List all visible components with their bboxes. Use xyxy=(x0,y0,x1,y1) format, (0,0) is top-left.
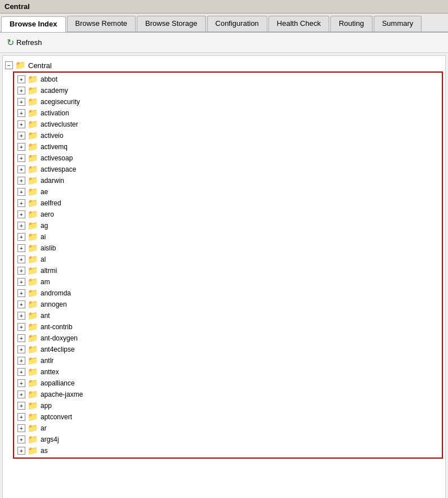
list-item[interactable]: +📁ag xyxy=(16,220,440,231)
list-item[interactable]: +📁ant4eclipse xyxy=(16,344,440,355)
folder-icon: 📁 xyxy=(28,232,38,242)
expand-icon[interactable]: + xyxy=(17,222,25,230)
list-item[interactable]: +📁am xyxy=(16,276,440,288)
list-item[interactable]: +📁academy xyxy=(16,85,440,96)
list-item[interactable]: +📁aislib xyxy=(16,243,440,254)
folder-icon: 📁 xyxy=(28,389,38,400)
tab-browse-index[interactable]: Browse Index xyxy=(1,16,66,32)
expand-icon[interactable]: + xyxy=(17,109,25,117)
list-item[interactable]: +📁annogen xyxy=(16,299,440,310)
list-item[interactable]: +📁anttex xyxy=(16,366,440,378)
list-item[interactable]: +📁al xyxy=(16,254,440,265)
expand-icon[interactable]: + xyxy=(17,334,25,342)
list-item[interactable]: +📁aelfred xyxy=(16,198,440,209)
folder-icon: 📁 xyxy=(28,187,38,197)
expand-icon[interactable]: + xyxy=(17,413,25,421)
expand-icon[interactable]: + xyxy=(17,210,25,218)
list-item[interactable]: +📁activeio xyxy=(16,130,440,141)
expand-icon[interactable]: + xyxy=(17,391,25,398)
list-item[interactable]: +📁ant-contrib xyxy=(16,321,440,333)
list-item[interactable]: +📁ae xyxy=(16,186,440,198)
expand-icon[interactable]: + xyxy=(17,402,25,410)
list-item[interactable]: +📁aptconvert xyxy=(16,411,440,423)
list-item[interactable]: +📁aero xyxy=(16,209,440,220)
list-item[interactable]: +📁app xyxy=(16,400,440,411)
expand-icon[interactable]: + xyxy=(17,346,25,353)
expand-icon[interactable]: + xyxy=(17,368,25,376)
list-item[interactable]: +📁abbot xyxy=(16,74,440,85)
tab-health-check[interactable]: Health Check xyxy=(268,16,329,32)
list-item[interactable]: +📁activesoap xyxy=(16,152,440,164)
expand-icon[interactable]: + xyxy=(17,267,25,275)
list-item[interactable]: +📁activation xyxy=(16,107,440,119)
item-label: altrmi xyxy=(41,267,57,275)
expand-icon[interactable]: + xyxy=(17,255,25,263)
folder-icon: 📁 xyxy=(28,401,38,411)
expand-icon[interactable]: + xyxy=(17,447,25,455)
list-item[interactable]: +📁acegisecurity xyxy=(16,96,440,107)
tab-configuration[interactable]: Configuration xyxy=(207,16,267,32)
list-item[interactable]: +📁activespace xyxy=(16,164,440,175)
expand-icon[interactable]: + xyxy=(17,165,25,173)
folder-icon: 📁 xyxy=(28,131,38,141)
folder-icon: 📁 xyxy=(28,322,38,332)
list-item[interactable]: +📁args4j xyxy=(16,434,440,445)
list-item[interactable]: +📁ant-doxygen xyxy=(16,333,440,344)
expand-icon[interactable]: + xyxy=(17,278,25,286)
root-node[interactable]: − 📁 Central xyxy=(5,59,443,71)
list-item[interactable]: +📁andromda xyxy=(16,288,440,299)
folder-icon: 📁 xyxy=(28,119,38,129)
expand-icon[interactable]: + xyxy=(17,289,25,297)
expand-icon[interactable]: + xyxy=(17,323,25,331)
expand-icon[interactable]: + xyxy=(17,300,25,308)
expand-icon[interactable]: + xyxy=(17,120,25,128)
list-item[interactable]: +📁ant xyxy=(16,310,440,321)
expand-icon[interactable]: + xyxy=(17,312,25,320)
expand-icon[interactable]: + xyxy=(17,357,25,365)
tab-routing[interactable]: Routing xyxy=(330,16,373,32)
folder-icon: 📁 xyxy=(28,277,38,287)
expand-icon[interactable]: + xyxy=(17,233,25,241)
item-label: activeio xyxy=(41,132,64,140)
expand-icon[interactable]: + xyxy=(17,132,25,140)
expand-icon[interactable]: + xyxy=(17,87,25,95)
list-item[interactable]: +📁activemq xyxy=(16,141,440,152)
item-label: activespace xyxy=(41,165,76,173)
folder-icon: 📁 xyxy=(28,412,38,422)
list-item[interactable]: +📁antlr xyxy=(16,355,440,366)
folder-icon: 📁 xyxy=(28,86,38,96)
tab-browse-storage[interactable]: Browse Storage xyxy=(137,16,206,32)
root-expand-icon[interactable]: − xyxy=(5,61,13,69)
folder-icon: 📁 xyxy=(28,288,38,298)
expand-icon[interactable]: + xyxy=(17,379,25,387)
list-item[interactable]: +📁apache-jaxme xyxy=(16,389,440,400)
expand-icon[interactable]: + xyxy=(17,424,25,432)
expand-icon[interactable]: + xyxy=(17,177,25,185)
expand-icon[interactable]: + xyxy=(17,188,25,196)
expand-icon[interactable]: + xyxy=(17,244,25,252)
list-item[interactable]: +📁activecluster xyxy=(16,119,440,130)
tab-browse-remote[interactable]: Browse Remote xyxy=(67,16,136,32)
item-label: aelfred xyxy=(41,199,61,207)
expand-icon[interactable]: + xyxy=(17,75,25,83)
expand-icon[interactable]: + xyxy=(17,98,25,106)
tab-summary[interactable]: Summary xyxy=(374,16,422,32)
refresh-button[interactable]: ↻ Refresh xyxy=(5,36,44,49)
folder-icon: 📁 xyxy=(28,243,38,253)
expand-icon[interactable]: + xyxy=(17,436,25,443)
item-label: adarwin xyxy=(41,177,64,185)
tree-root: − 📁 Central +📁abbot+📁academy+📁acegisecur… xyxy=(5,58,443,460)
list-item[interactable]: +📁altrmi xyxy=(16,265,440,276)
expand-icon[interactable]: + xyxy=(17,143,25,151)
expand-icon[interactable]: + xyxy=(17,199,25,207)
item-label: activecluster xyxy=(41,120,78,128)
list-item[interactable]: +📁ai xyxy=(16,231,440,243)
list-item[interactable]: +📁as xyxy=(16,445,440,456)
expand-icon[interactable]: + xyxy=(17,154,25,162)
list-item[interactable]: +📁ar xyxy=(16,423,440,434)
item-label: aero xyxy=(41,210,54,218)
item-label: apache-jaxme xyxy=(41,391,83,398)
list-item[interactable]: +📁adarwin xyxy=(16,175,440,186)
list-item[interactable]: +📁aopalliance xyxy=(16,378,440,389)
folder-icon: 📁 xyxy=(28,221,38,231)
